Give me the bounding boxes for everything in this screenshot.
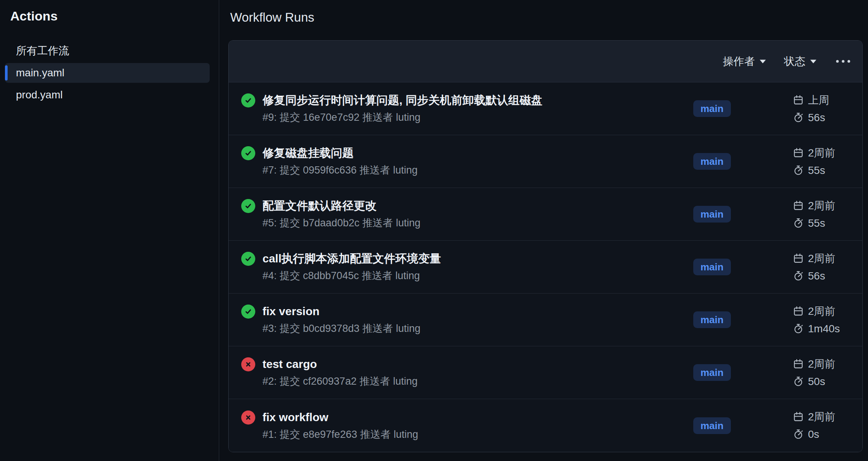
- run-date: 2周前: [793, 199, 850, 213]
- run-duration-label: 55s: [808, 163, 825, 177]
- run-duration: 56s: [793, 269, 850, 283]
- run-status-icon: [241, 252, 255, 266]
- workflow-run-row[interactable]: 修复磁盘挂载问题 #7: 提交 0959f6c636 推送者 luting ma…: [229, 135, 862, 188]
- calendar-icon: [793, 253, 804, 264]
- run-commit-meta: #1: 提交 e8e97fe263 推送者 luting: [262, 428, 418, 441]
- sidebar-item-2[interactable]: prod.yaml: [5, 85, 210, 105]
- run-commit-meta: #4: 提交 c8dbb7045c 推送者 luting: [262, 269, 441, 283]
- status-filter-dropdown[interactable]: 状态: [784, 54, 816, 69]
- workflow-run-row[interactable]: fix workflow #1: 提交 e8e97fe263 推送者 lutin…: [229, 399, 862, 452]
- actions-sidebar: Actions 所有工作流 main.yaml prod.yaml: [0, 0, 219, 461]
- run-status-icon: [241, 146, 255, 160]
- run-duration: 56s: [793, 111, 850, 125]
- run-date-label: 2周前: [808, 304, 835, 318]
- run-title-link[interactable]: fix workflow: [262, 410, 418, 425]
- run-date-label: 2周前: [808, 146, 835, 160]
- chevron-down-icon: [760, 60, 766, 63]
- sidebar-item-0[interactable]: 所有工作流: [5, 41, 210, 61]
- run-date: 2周前: [793, 304, 850, 318]
- run-date-label: 2周前: [808, 410, 835, 424]
- workflow-runs-card: 操作者 状态: [228, 40, 863, 452]
- calendar-icon: [793, 306, 804, 317]
- check-icon: [245, 202, 252, 210]
- sidebar-title: Actions: [10, 8, 219, 24]
- run-title-link[interactable]: 修复磁盘挂载问题: [262, 146, 417, 160]
- run-duration-label: 0s: [808, 427, 819, 441]
- run-date: 2周前: [793, 146, 850, 160]
- run-duration: 0s: [793, 427, 850, 441]
- workflow-run-row[interactable]: call执行脚本添加配置文件环境变量 #4: 提交 c8dbb7045c 推送者…: [229, 241, 862, 294]
- workflow-list: 所有工作流 main.yaml prod.yaml: [0, 41, 219, 105]
- run-title-link[interactable]: test cargo: [262, 357, 417, 371]
- branch-badge[interactable]: main: [693, 311, 731, 328]
- run-duration: 50s: [793, 374, 850, 388]
- run-duration-label: 55s: [808, 216, 825, 230]
- run-status-icon: [241, 357, 255, 371]
- run-title-link[interactable]: 配置文件默认路径更改: [262, 199, 421, 213]
- check-icon: [245, 255, 252, 262]
- run-date-label: 2周前: [808, 199, 835, 213]
- run-status-icon: [241, 410, 255, 425]
- actor-filter-dropdown[interactable]: 操作者: [723, 54, 766, 69]
- stopwatch-icon: [793, 165, 804, 176]
- sidebar-item-label: prod.yaml: [16, 89, 63, 101]
- sidebar-item-label: 所有工作流: [16, 44, 69, 58]
- run-date-label: 2周前: [808, 251, 835, 265]
- workflow-runs-list: 修复同步运行时间计算问题, 同步关机前卸载默认组磁盘 #9: 提交 16e70e…: [229, 82, 862, 452]
- branch-badge[interactable]: main: [693, 364, 731, 381]
- calendar-icon: [793, 147, 804, 158]
- run-title-link[interactable]: call执行脚本添加配置文件环境变量: [262, 251, 441, 266]
- check-icon: [245, 97, 252, 104]
- run-duration: 55s: [793, 216, 850, 230]
- calendar-icon: [793, 95, 804, 106]
- status-filter-label: 状态: [784, 54, 805, 69]
- stopwatch-icon: [793, 270, 804, 281]
- workflow-run-row[interactable]: 配置文件默认路径更改 #5: 提交 b7daad0b2c 推送者 luting …: [229, 188, 862, 241]
- calendar-icon: [793, 411, 804, 422]
- calendar-icon: [793, 358, 804, 369]
- run-duration-label: 56s: [808, 111, 825, 125]
- runs-toolbar: 操作者 状态: [229, 41, 862, 82]
- branch-badge[interactable]: main: [693, 417, 731, 434]
- more-options-button[interactable]: [835, 56, 852, 66]
- stopwatch-icon: [793, 376, 804, 387]
- workflow-run-row[interactable]: test cargo #2: 提交 cf260937a2 推送者 luting …: [229, 346, 862, 399]
- run-date-label: 2周前: [808, 357, 835, 371]
- main-content: Workflow Runs 操作者 状态: [219, 0, 868, 461]
- page-title: Workflow Runs: [230, 10, 868, 25]
- stopwatch-icon: [793, 429, 804, 440]
- stopwatch-icon: [793, 323, 804, 334]
- calendar-icon: [793, 200, 804, 211]
- run-commit-meta: #5: 提交 b7daad0b2c 推送者 luting: [262, 216, 421, 230]
- run-status-icon: [241, 305, 255, 319]
- check-icon: [245, 308, 252, 315]
- run-duration-label: 56s: [808, 269, 825, 283]
- run-date: 2周前: [793, 410, 850, 424]
- stopwatch-icon: [793, 112, 804, 123]
- run-status-icon: [241, 199, 255, 213]
- branch-badge[interactable]: main: [693, 259, 731, 275]
- branch-badge[interactable]: main: [693, 153, 731, 170]
- run-commit-meta: #7: 提交 0959f6c636 推送者 luting: [262, 163, 417, 177]
- run-status-icon: [241, 93, 255, 107]
- run-commit-meta: #9: 提交 16e70e7c92 推送者 luting: [262, 111, 542, 124]
- branch-badge[interactable]: main: [693, 100, 731, 117]
- workflow-run-row[interactable]: 修复同步运行时间计算问题, 同步关机前卸载默认组磁盘 #9: 提交 16e70e…: [229, 82, 862, 135]
- kebab-horizontal-icon: [836, 60, 839, 63]
- run-date-label: 上周: [808, 93, 829, 107]
- run-duration-label: 50s: [808, 374, 825, 388]
- run-date: 2周前: [793, 251, 850, 265]
- actor-filter-label: 操作者: [723, 54, 755, 69]
- run-commit-meta: #3: 提交 b0cd9378d3 推送者 luting: [262, 322, 421, 335]
- workflow-run-row[interactable]: fix version #3: 提交 b0cd9378d3 推送者 luting…: [229, 294, 862, 346]
- run-date: 上周: [793, 93, 850, 107]
- branch-badge[interactable]: main: [693, 206, 731, 223]
- run-title-link[interactable]: 修复同步运行时间计算问题, 同步关机前卸载默认组磁盘: [262, 93, 542, 107]
- x-icon: [245, 414, 252, 421]
- run-title-link[interactable]: fix version: [262, 304, 421, 319]
- sidebar-item-1[interactable]: main.yaml: [5, 63, 210, 83]
- run-date: 2周前: [793, 357, 850, 371]
- x-icon: [245, 361, 252, 368]
- selected-indicator: [5, 65, 8, 81]
- run-commit-meta: #2: 提交 cf260937a2 推送者 luting: [262, 374, 417, 388]
